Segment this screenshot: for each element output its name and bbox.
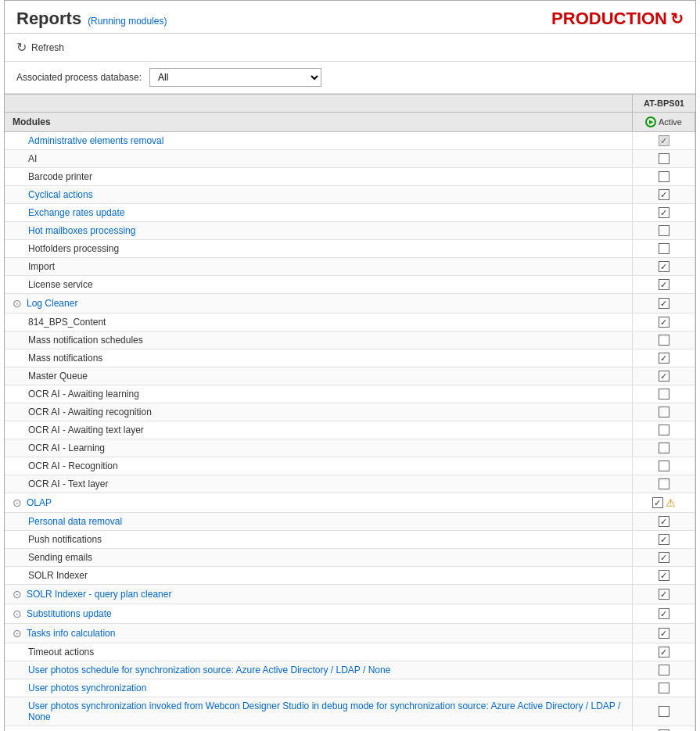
- production-badge: PRODUCTION ↻: [551, 9, 684, 29]
- table-row: Hotfolders processing: [5, 240, 695, 258]
- module-checkbox[interactable]: [659, 665, 669, 675]
- spinner-icon: ⊙: [13, 496, 22, 509]
- module-checkbox[interactable]: [659, 135, 669, 146]
- server-label: AT-BPS01: [644, 99, 684, 108]
- table-row: Sending emails: [5, 549, 695, 567]
- module-name: Master Queue: [28, 371, 88, 382]
- module-link[interactable]: Exchange rates update: [28, 207, 124, 218]
- module-checkbox[interactable]: [659, 425, 669, 435]
- module-name: Sending emails: [28, 552, 92, 563]
- refresh-button[interactable]: ↻ Refresh: [16, 40, 64, 55]
- module-link[interactable]: SOLR Indexer - query plan cleaner: [27, 589, 171, 600]
- module-link[interactable]: Tasks info calculation: [27, 628, 115, 639]
- module-name: OCR AI - Awaiting learning: [28, 389, 139, 400]
- module-checkbox[interactable]: [659, 317, 669, 328]
- table-row: Administrative elements removal: [5, 132, 695, 150]
- module-checkbox[interactable]: [659, 243, 669, 254]
- table-row: User synchronization incremental schedul…: [5, 726, 695, 731]
- module-link[interactable]: OLAP: [27, 497, 52, 508]
- module-name: Mass notifications: [28, 353, 102, 364]
- module-link[interactable]: Log Cleaner: [27, 298, 77, 309]
- module-checkbox[interactable]: [659, 570, 669, 581]
- module-name: Import: [28, 261, 55, 272]
- table-row: OCR AI - Recognition: [5, 457, 695, 475]
- active-column-header: Active: [633, 113, 695, 131]
- table-row: User photos schedule for synchronization…: [5, 661, 695, 679]
- table-row: Mass notification schedules: [5, 331, 695, 349]
- table-row: ⊙OLAP⚠: [5, 493, 695, 513]
- module-name: OCR AI - Recognition: [28, 460, 118, 471]
- table-row: AI: [5, 150, 695, 168]
- table-row: Mass notifications: [5, 349, 695, 367]
- module-checkbox[interactable]: [659, 516, 669, 527]
- module-name: License service: [28, 279, 93, 290]
- module-checkbox[interactable]: [659, 279, 669, 290]
- module-checkbox[interactable]: [659, 628, 669, 639]
- module-name: SOLR Indexer: [28, 570, 88, 581]
- filter-label: Associated process database:: [16, 72, 142, 83]
- module-name: AI: [28, 153, 37, 164]
- module-name: OCR AI - Awaiting recognition: [28, 407, 152, 417]
- module-link[interactable]: Cyclical actions: [28, 189, 93, 200]
- module-checkbox[interactable]: [659, 353, 669, 364]
- module-checkbox[interactable]: [659, 683, 669, 693]
- module-checkbox[interactable]: [659, 534, 669, 545]
- module-link[interactable]: User photos schedule for synchronization…: [28, 665, 390, 675]
- table-row: Push notifications: [5, 531, 695, 549]
- module-name: Hotfolders processing: [28, 243, 119, 254]
- module-checkbox[interactable]: [659, 189, 669, 200]
- module-name: OCR AI - Learning: [28, 443, 105, 453]
- table-row: ⊙Substitutions update: [5, 604, 695, 624]
- module-link[interactable]: Hot mailboxes processing: [28, 225, 135, 236]
- module-checkbox[interactable]: [659, 647, 669, 658]
- spinner-icon: ⊙: [13, 627, 22, 640]
- table-row: OCR AI - Text layer: [5, 475, 695, 493]
- table-row: 814_BPS_Content: [5, 314, 695, 331]
- table-row: OCR AI - Awaiting text layer: [5, 421, 695, 439]
- module-checkbox[interactable]: [659, 225, 669, 236]
- module-checkbox[interactable]: [659, 478, 669, 489]
- module-checkbox[interactable]: [659, 261, 669, 272]
- module-name: Mass notification schedules: [28, 335, 143, 346]
- production-icon: ↻: [670, 9, 684, 28]
- page-title: Reports: [16, 9, 81, 29]
- spinner-icon: ⊙: [13, 588, 22, 600]
- module-link[interactable]: User photos synchronization invoked from…: [28, 701, 624, 722]
- warning-icon: ⚠: [666, 496, 676, 509]
- module-checkbox[interactable]: [659, 443, 669, 453]
- module-checkbox[interactable]: [659, 335, 669, 346]
- module-checkbox[interactable]: [659, 153, 669, 164]
- table-row: OCR AI - Awaiting recognition: [5, 403, 695, 421]
- module-checkbox[interactable]: [659, 589, 669, 600]
- module-checkbox[interactable]: [659, 706, 669, 717]
- refresh-icon: ↻: [16, 40, 27, 55]
- module-link[interactable]: Administrative elements removal: [28, 135, 163, 146]
- module-name: 814_BPS_Content: [28, 317, 106, 328]
- process-database-select[interactable]: All: [149, 68, 321, 87]
- module-checkbox[interactable]: [659, 552, 669, 563]
- module-link[interactable]: User photos synchronization: [28, 683, 146, 693]
- module-checkbox[interactable]: [652, 497, 663, 508]
- module-checkbox[interactable]: [659, 608, 669, 619]
- module-link[interactable]: Personal data removal: [28, 516, 122, 527]
- table-row: ⊙SOLR Indexer - query plan cleaner: [5, 585, 695, 604]
- module-checkbox[interactable]: [659, 407, 669, 417]
- table-row: Timeout actions: [5, 643, 695, 661]
- module-name: Timeout actions: [28, 647, 94, 658]
- module-name: Push notifications: [28, 534, 102, 545]
- module-checkbox[interactable]: [659, 298, 669, 309]
- spinner-icon: ⊙: [13, 297, 22, 310]
- module-checkbox[interactable]: [659, 207, 669, 218]
- module-name: OCR AI - Awaiting text layer: [28, 425, 144, 435]
- module-checkbox[interactable]: [659, 389, 669, 400]
- module-checkbox[interactable]: [659, 171, 669, 182]
- module-checkbox[interactable]: [659, 371, 669, 382]
- active-indicator: [645, 116, 656, 127]
- module-checkbox[interactable]: [659, 460, 669, 471]
- table-row: License service: [5, 276, 695, 294]
- module-name: OCR AI - Text layer: [28, 478, 108, 489]
- table-row: Cyclical actions: [5, 186, 695, 204]
- table-row: Barcode printer: [5, 168, 695, 186]
- table-row: ⊙Tasks info calculation: [5, 624, 695, 643]
- module-link[interactable]: Substitutions update: [27, 608, 112, 619]
